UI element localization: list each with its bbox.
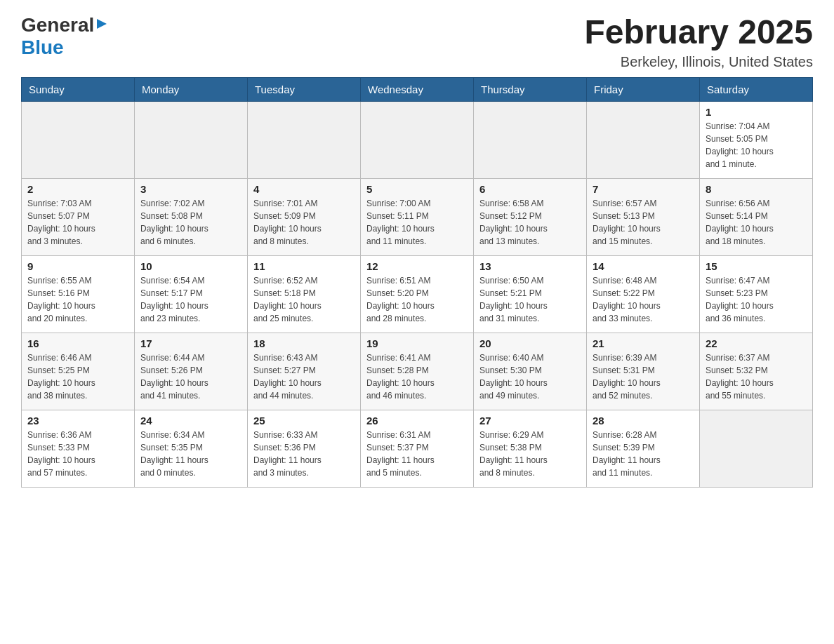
calendar-day-cell [22,101,135,178]
calendar-day-cell [135,101,248,178]
day-info: Sunrise: 6:55 AM Sunset: 5:16 PM Dayligh… [27,274,128,325]
calendar-day-cell: 10Sunrise: 6:54 AM Sunset: 5:17 PM Dayli… [135,255,248,333]
day-info: Sunrise: 7:03 AM Sunset: 5:07 PM Dayligh… [27,197,128,248]
day-info: Sunrise: 6:28 AM Sunset: 5:39 PM Dayligh… [593,429,694,479]
month-title: February 2025 [584,14,813,51]
day-number: 24 [140,415,241,427]
day-number: 17 [140,337,241,349]
day-info: Sunrise: 6:31 AM Sunset: 5:37 PM Dayligh… [366,429,468,479]
calendar-day-cell: 1Sunrise: 7:04 AM Sunset: 5:05 PM Daylig… [700,101,813,178]
calendar-day-cell: 18Sunrise: 6:43 AM Sunset: 5:27 PM Dayli… [248,333,361,410]
day-info: Sunrise: 6:40 AM Sunset: 5:30 PM Dayligh… [479,351,581,402]
day-info: Sunrise: 6:41 AM Sunset: 5:28 PM Dayligh… [366,351,468,402]
calendar-day-cell [587,101,700,178]
day-info: Sunrise: 6:43 AM Sunset: 5:27 PM Dayligh… [253,351,355,402]
day-info: Sunrise: 6:52 AM Sunset: 5:18 PM Dayligh… [253,274,355,325]
calendar-day-cell: 5Sunrise: 7:00 AM Sunset: 5:11 PM Daylig… [361,178,474,255]
calendar-day-cell: 11Sunrise: 6:52 AM Sunset: 5:18 PM Dayli… [248,255,361,333]
calendar-day-cell: 8Sunrise: 6:56 AM Sunset: 5:14 PM Daylig… [700,178,813,255]
day-number: 22 [706,337,807,349]
day-info: Sunrise: 6:50 AM Sunset: 5:21 PM Dayligh… [479,274,581,325]
calendar-day-cell: 3Sunrise: 7:02 AM Sunset: 5:08 PM Daylig… [135,178,248,255]
calendar-header-row: SundayMondayTuesdayWednesdayThursdayFrid… [22,77,813,101]
day-number: 26 [366,415,468,427]
calendar-week-row: 9Sunrise: 6:55 AM Sunset: 5:16 PM Daylig… [22,255,813,333]
calendar-day-cell: 15Sunrise: 6:47 AM Sunset: 5:23 PM Dayli… [700,255,813,333]
calendar-day-cell: 26Sunrise: 6:31 AM Sunset: 5:37 PM Dayli… [361,410,474,487]
day-of-week-header: Friday [587,77,700,101]
calendar-day-cell: 2Sunrise: 7:03 AM Sunset: 5:07 PM Daylig… [22,178,135,255]
calendar-day-cell: 7Sunrise: 6:57 AM Sunset: 5:13 PM Daylig… [587,178,700,255]
day-number: 5 [366,183,468,195]
day-info: Sunrise: 6:54 AM Sunset: 5:17 PM Dayligh… [140,274,241,325]
logo-arrow-icon [95,18,108,33]
calendar-day-cell [474,101,587,178]
location-subtitle: Berkeley, Illinois, United States [584,54,813,70]
day-number: 16 [27,337,128,349]
day-info: Sunrise: 6:48 AM Sunset: 5:22 PM Dayligh… [593,274,694,325]
calendar-day-cell: 6Sunrise: 6:58 AM Sunset: 5:12 PM Daylig… [474,178,587,255]
calendar-day-cell: 20Sunrise: 6:40 AM Sunset: 5:30 PM Dayli… [474,333,587,410]
day-number: 7 [593,183,694,195]
calendar-day-cell: 12Sunrise: 6:51 AM Sunset: 5:20 PM Dayli… [361,255,474,333]
logo: General Blue [21,14,108,59]
calendar-week-row: 2Sunrise: 7:03 AM Sunset: 5:07 PM Daylig… [22,178,813,255]
day-number: 23 [27,415,128,427]
day-of-week-header: Monday [135,77,248,101]
calendar-day-cell: 19Sunrise: 6:41 AM Sunset: 5:28 PM Dayli… [361,333,474,410]
day-of-week-header: Wednesday [361,77,474,101]
day-info: Sunrise: 7:01 AM Sunset: 5:09 PM Dayligh… [253,197,355,248]
day-number: 25 [253,415,355,427]
day-info: Sunrise: 6:46 AM Sunset: 5:25 PM Dayligh… [27,351,128,402]
day-number: 10 [140,260,241,272]
day-number: 1 [706,106,807,118]
calendar-day-cell: 9Sunrise: 6:55 AM Sunset: 5:16 PM Daylig… [22,255,135,333]
day-number: 11 [253,260,355,272]
day-number: 3 [140,183,241,195]
day-number: 27 [479,415,581,427]
day-number: 28 [593,415,694,427]
calendar-day-cell: 13Sunrise: 6:50 AM Sunset: 5:21 PM Dayli… [474,255,587,333]
day-number: 13 [479,260,581,272]
title-block: February 2025 Berkeley, Illinois, United… [584,14,813,70]
day-number: 2 [27,183,128,195]
calendar-day-cell: 16Sunrise: 6:46 AM Sunset: 5:25 PM Dayli… [22,333,135,410]
day-number: 19 [366,337,468,349]
calendar-day-cell [700,410,813,487]
calendar-day-cell: 25Sunrise: 6:33 AM Sunset: 5:36 PM Dayli… [248,410,361,487]
day-number: 18 [253,337,355,349]
day-number: 4 [253,183,355,195]
calendar-day-cell: 24Sunrise: 6:34 AM Sunset: 5:35 PM Dayli… [135,410,248,487]
day-number: 9 [27,260,128,272]
day-info: Sunrise: 6:51 AM Sunset: 5:20 PM Dayligh… [366,274,468,325]
day-number: 14 [593,260,694,272]
day-info: Sunrise: 6:39 AM Sunset: 5:31 PM Dayligh… [593,351,694,402]
day-number: 12 [366,260,468,272]
day-info: Sunrise: 7:04 AM Sunset: 5:05 PM Dayligh… [706,120,807,170]
day-info: Sunrise: 6:36 AM Sunset: 5:33 PM Dayligh… [27,429,128,479]
day-info: Sunrise: 6:56 AM Sunset: 5:14 PM Dayligh… [706,197,807,248]
day-info: Sunrise: 6:34 AM Sunset: 5:35 PM Dayligh… [140,429,241,479]
day-number: 8 [706,183,807,195]
calendar-week-row: 23Sunrise: 6:36 AM Sunset: 5:33 PM Dayli… [22,410,813,487]
day-info: Sunrise: 7:00 AM Sunset: 5:11 PM Dayligh… [366,197,468,248]
calendar-week-row: 16Sunrise: 6:46 AM Sunset: 5:25 PM Dayli… [22,333,813,410]
day-info: Sunrise: 6:37 AM Sunset: 5:32 PM Dayligh… [706,351,807,402]
page-header: General Blue February 2025 Berkeley, Ill… [21,14,813,70]
calendar-day-cell: 14Sunrise: 6:48 AM Sunset: 5:22 PM Dayli… [587,255,700,333]
day-info: Sunrise: 7:02 AM Sunset: 5:08 PM Dayligh… [140,197,241,248]
day-info: Sunrise: 6:33 AM Sunset: 5:36 PM Dayligh… [253,429,355,479]
calendar-day-cell: 21Sunrise: 6:39 AM Sunset: 5:31 PM Dayli… [587,333,700,410]
day-info: Sunrise: 6:57 AM Sunset: 5:13 PM Dayligh… [593,197,694,248]
day-of-week-header: Sunday [22,77,135,101]
calendar-day-cell: 28Sunrise: 6:28 AM Sunset: 5:39 PM Dayli… [587,410,700,487]
calendar-week-row: 1Sunrise: 7:04 AM Sunset: 5:05 PM Daylig… [22,101,813,178]
day-of-week-header: Saturday [700,77,813,101]
svg-marker-0 [97,19,107,29]
day-number: 15 [706,260,807,272]
calendar-day-cell [361,101,474,178]
logo-general-text: General [21,14,94,36]
logo-blue-text: Blue [21,36,64,58]
day-info: Sunrise: 6:29 AM Sunset: 5:38 PM Dayligh… [479,429,581,479]
calendar-day-cell: 23Sunrise: 6:36 AM Sunset: 5:33 PM Dayli… [22,410,135,487]
